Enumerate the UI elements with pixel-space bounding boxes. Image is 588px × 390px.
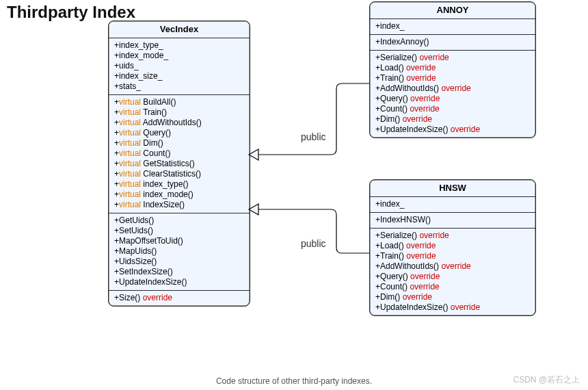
member: +Serialize() override	[375, 231, 530, 241]
member: +stats_	[114, 81, 244, 92]
watermark: CSDN @若石之上	[513, 374, 580, 386]
member: +virtual GetStatistics()	[114, 159, 244, 169]
class-vecindex-fields: +index_type_+index_mode_+uids_+index_siz…	[109, 38, 250, 95]
member: +Dim() override	[375, 114, 530, 125]
member: +virtual ClearStatistics()	[114, 169, 244, 179]
member: +Dim() override	[375, 292, 530, 302]
class-hnsw: HNSW +index_ +IndexHNSW() +Serialize() o…	[369, 179, 536, 316]
member: +virtual Train()	[114, 107, 244, 118]
member: +virtual BuildAll()	[114, 97, 244, 107]
member: +IndexHNSW()	[375, 215, 530, 225]
member: +index_size_	[114, 71, 244, 81]
member: +Size() override	[114, 293, 244, 303]
figure-caption: Code structure of other third-party inde…	[0, 376, 588, 386]
page-title: Thirdparty Index	[7, 3, 135, 22]
member: +virtual index_type()	[114, 179, 244, 190]
member: +Train() override	[375, 251, 530, 261]
member: +virtual Query()	[114, 128, 244, 138]
member: +UpdateIndexSize()	[114, 277, 244, 287]
member: +AddWithoutIds() override	[375, 261, 530, 272]
member: +Query() override	[375, 272, 530, 282]
member: +UidsSize()	[114, 257, 244, 267]
class-vecindex-methods: +GetUids()+SetUids()+MapOffsetToUid()+Ma…	[109, 213, 250, 291]
member: +MapOffsetToUid()	[114, 236, 244, 246]
class-hnsw-ctors: +IndexHNSW()	[370, 213, 535, 229]
member: +Load() override	[375, 241, 530, 251]
inheritance-label-annoy: public	[301, 131, 326, 142]
class-annoy-fields: +index_	[370, 19, 535, 35]
member: +IndexAnnoy()	[375, 37, 530, 47]
member: +uids_	[114, 61, 244, 71]
member: +SetIndexSize()	[114, 267, 244, 277]
class-annoy-ctors: +IndexAnnoy()	[370, 35, 535, 51]
member: +AddWithoutIds() override	[375, 83, 530, 94]
member: +Query() override	[375, 94, 530, 104]
member: +GetUids()	[114, 216, 244, 226]
svg-marker-0	[249, 149, 258, 160]
class-hnsw-title: HNSW	[370, 180, 535, 197]
member: +UpdateIndexSize() override	[375, 302, 530, 313]
member: +index_mode_	[114, 51, 244, 61]
class-annoy-overrides: +Serialize() override+Load() override+Tr…	[370, 51, 535, 138]
member: +Load() override	[375, 63, 530, 73]
member: +Count() override	[375, 104, 530, 114]
member: +index_	[375, 21, 530, 31]
member: +MapUids()	[114, 246, 244, 257]
class-vecindex-trailer: +Size() override	[109, 291, 250, 306]
inheritance-arrow-annoy	[249, 82, 369, 164]
member: +virtual Count()	[114, 148, 244, 159]
member: +index_type_	[114, 40, 244, 51]
member: +index_	[375, 199, 530, 209]
class-vecindex-virtuals: +virtual BuildAll()+virtual Train()+virt…	[109, 95, 250, 213]
class-hnsw-fields: +index_	[370, 197, 535, 213]
member: +Serialize() override	[375, 53, 530, 63]
member: +SetUids()	[114, 226, 244, 236]
member: +virtual IndexSize()	[114, 200, 244, 210]
member: +virtual index_mode()	[114, 190, 244, 200]
inheritance-arrow-hnsw	[249, 205, 369, 260]
member: +virtual Dim()	[114, 138, 244, 148]
inheritance-label-hnsw: public	[301, 238, 326, 249]
svg-marker-1	[249, 204, 258, 215]
member: +Train() override	[375, 73, 530, 83]
class-vecindex-title: VecIndex	[109, 21, 250, 38]
class-annoy-title: ANNOY	[370, 2, 535, 19]
member: +virtual AddWithoutIds()	[114, 118, 244, 128]
member: +Count() override	[375, 282, 530, 292]
class-hnsw-overrides: +Serialize() override+Load() override+Tr…	[370, 229, 535, 315]
class-vecindex: VecIndex +index_type_+index_mode_+uids_+…	[108, 21, 250, 307]
class-annoy: ANNOY +index_ +IndexAnnoy() +Serialize()…	[369, 1, 536, 138]
member: +UpdateIndexSize() override	[375, 125, 530, 135]
